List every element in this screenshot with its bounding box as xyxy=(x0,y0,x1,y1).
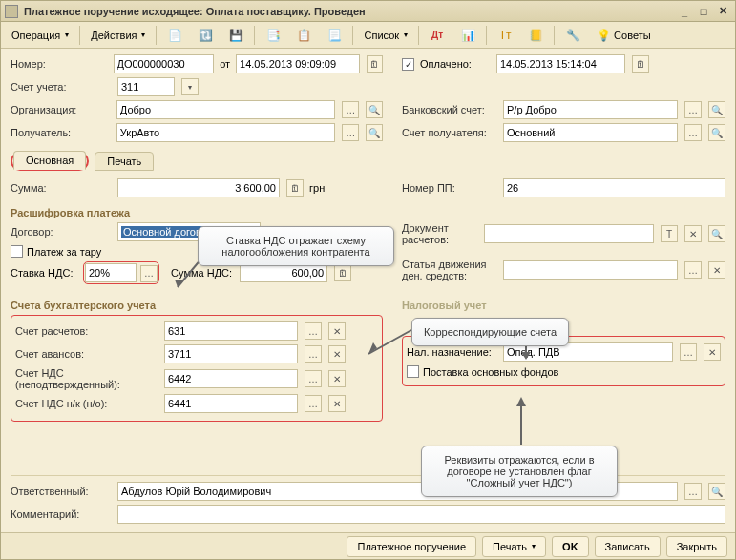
operation-menu[interactable]: Операция xyxy=(5,25,75,46)
tb-icon-doc2[interactable]: 📋 xyxy=(289,25,318,46)
account-dropdown-icon[interactable] xyxy=(181,78,199,95)
footer-print-button[interactable]: Печать xyxy=(482,536,546,557)
vat-rate-select-icon[interactable]: … xyxy=(140,265,158,282)
acc-vat-nk-label: Счет НДС н/к (н/о): xyxy=(15,398,158,409)
comment-input[interactable] xyxy=(117,505,725,524)
acc-vat-nk-input[interactable] xyxy=(164,394,298,413)
vat-sum-calc-icon[interactable]: 🗓 xyxy=(334,264,351,281)
minimize-button[interactable]: _ xyxy=(676,4,693,19)
svg-marker-5 xyxy=(521,352,531,360)
footer-ok-label: OK xyxy=(562,541,578,552)
paid-date-picker-icon[interactable]: 🗓 xyxy=(632,55,649,73)
date-input[interactable] xyxy=(236,54,360,73)
acc-calc-select-icon[interactable]: … xyxy=(305,322,322,340)
acc-vat-unc-label: Счет НДС (неподтвержденный): xyxy=(15,367,158,390)
comment-label: Комментарий: xyxy=(11,508,112,520)
svg-marker-7 xyxy=(516,397,526,406)
sum-label: Сумма: xyxy=(11,182,112,194)
pp-label: Номер ПП: xyxy=(402,182,497,194)
advice-button[interactable]: 💡Советы xyxy=(589,25,657,46)
doc-search-icon[interactable]: 🔍 xyxy=(708,225,725,242)
account-input[interactable] xyxy=(117,77,175,96)
bank-select-icon[interactable]: … xyxy=(684,101,702,118)
responsible-select-icon[interactable]: … xyxy=(684,483,702,500)
acc-vat-unc-select-icon[interactable]: … xyxy=(305,370,322,387)
callout-corr: Корреспондирующие счета xyxy=(411,318,569,346)
advice-label: Советы xyxy=(614,30,650,41)
recipient-acc-label: Счет получателя: xyxy=(402,127,497,138)
sum-input[interactable] xyxy=(117,178,280,197)
tb-icon-dk[interactable]: Дт xyxy=(423,25,452,46)
tb-icon-tt[interactable]: Tт xyxy=(491,25,519,46)
move-input[interactable] xyxy=(503,260,678,280)
recipient-input[interactable] xyxy=(116,123,336,142)
decode-title: Расшифровка платежа xyxy=(11,207,725,218)
acc-calc-x-icon[interactable]: ✕ xyxy=(328,322,346,340)
arrow-req-up xyxy=(507,397,536,449)
acc-adv-x-icon[interactable]: ✕ xyxy=(328,345,346,363)
vat-sum-input[interactable] xyxy=(240,263,327,282)
move-select-icon[interactable]: … xyxy=(684,261,702,279)
tax-dest-x-icon[interactable]: ✕ xyxy=(704,343,721,361)
acc-vat-nk-x-icon[interactable]: ✕ xyxy=(328,395,346,412)
recipient-acc-input[interactable] xyxy=(503,123,678,142)
account-label: Счет учета: xyxy=(11,81,112,93)
actions-menu[interactable]: Действия xyxy=(84,25,152,46)
recipient-acc-select-icon[interactable]: … xyxy=(684,124,702,141)
recipient-acc-search-icon[interactable]: 🔍 xyxy=(708,124,725,141)
acc-vat-nk-select-icon[interactable]: … xyxy=(305,395,322,412)
acc-calc-input[interactable] xyxy=(164,321,298,341)
tare-checkbox[interactable] xyxy=(11,245,23,258)
tb-icon-doc3[interactable]: 📃 xyxy=(320,25,348,46)
supply-fixed-label: Поставка основных фондов xyxy=(423,366,558,378)
tax-dest-select-icon[interactable]: … xyxy=(680,343,697,361)
paid-label: Оплачено: xyxy=(420,58,472,70)
footer-pp-label: Платежное поручение xyxy=(357,541,466,552)
acc-adv-input[interactable] xyxy=(164,344,298,363)
sum-calc-icon[interactable]: 🗓 xyxy=(286,179,304,197)
maximize-button[interactable]: □ xyxy=(695,4,712,19)
number-input[interactable] xyxy=(114,54,215,73)
acc-adv-select-icon[interactable]: … xyxy=(305,345,322,363)
footer-ok-button[interactable]: OK xyxy=(552,536,589,557)
footer-save-label: Записать xyxy=(605,541,650,552)
tb-icon-tool[interactable]: 🔧 xyxy=(558,25,587,46)
footer-print-label: Печать xyxy=(493,541,527,552)
footer-close-button[interactable]: Закрыть xyxy=(666,536,727,557)
supply-fixed-checkbox[interactable] xyxy=(407,365,419,378)
org-input[interactable] xyxy=(116,100,336,119)
tb-icon-journal[interactable]: 📒 xyxy=(521,25,550,46)
bank-search-icon[interactable]: 🔍 xyxy=(708,101,725,118)
vat-rate-input[interactable] xyxy=(85,263,137,282)
recipient-search-icon[interactable]: 🔍 xyxy=(366,124,383,141)
footer-save-button[interactable]: Записать xyxy=(595,536,661,557)
recipient-select-icon[interactable]: … xyxy=(342,124,359,141)
tb-icon-refresh[interactable]: 🔃 xyxy=(191,25,220,46)
org-select-icon[interactable]: … xyxy=(342,101,359,118)
tab-print[interactable]: Печать xyxy=(95,152,154,171)
footer-pp-button[interactable]: Платежное поручение xyxy=(347,536,476,557)
list-menu[interactable]: Список xyxy=(357,25,414,46)
acc-vat-unc-input[interactable] xyxy=(164,369,298,388)
paid-checkbox[interactable]: ✓ xyxy=(402,58,414,71)
pp-input[interactable] xyxy=(503,178,725,197)
tb-icon-doc1[interactable]: 📑 xyxy=(259,25,287,46)
tb-icon-report[interactable]: 📊 xyxy=(453,25,482,46)
tare-label: Платеж за тару xyxy=(27,246,101,258)
doc-x-icon[interactable]: ✕ xyxy=(684,225,702,242)
bank-input[interactable] xyxy=(503,100,678,119)
responsible-search-icon[interactable]: 🔍 xyxy=(708,483,725,500)
doc-t-icon[interactable]: T xyxy=(661,225,678,242)
close-button[interactable]: ✕ xyxy=(714,4,731,19)
tab-main[interactable]: Основная xyxy=(13,151,86,170)
org-search-icon[interactable]: 🔍 xyxy=(366,101,383,118)
tb-icon-1[interactable]: 📄 xyxy=(160,25,189,46)
acc-vat-unc-x-icon[interactable]: ✕ xyxy=(328,370,346,387)
move-x-icon[interactable]: ✕ xyxy=(708,261,725,279)
paid-date-input[interactable] xyxy=(496,54,625,73)
vat-rate-highlight: … xyxy=(83,261,159,284)
date-picker-icon[interactable]: 🗓 xyxy=(367,55,383,73)
doc-calc-input[interactable] xyxy=(484,224,654,243)
tb-icon-save[interactable]: 💾 xyxy=(221,25,250,46)
acc-calc-label: Счет расчетов: xyxy=(15,325,158,337)
